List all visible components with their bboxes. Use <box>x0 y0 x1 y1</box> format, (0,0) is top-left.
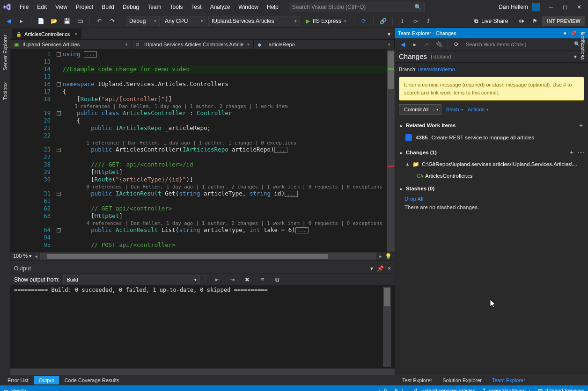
status-unpushed[interactable]: ↑0 <box>378 388 387 391</box>
branch-link[interactable]: users/dan/demo <box>418 66 455 72</box>
changed-file-row[interactable]: C# ArticlesController.cs <box>399 172 584 180</box>
output-text[interactable]: ========== Build: 0 succeeded, 0 failed,… <box>14 287 383 367</box>
code-surface[interactable]: using ...//Example code change for demo … <box>63 50 387 252</box>
maximize-button[interactable]: ◻ <box>558 2 572 12</box>
work-item-row[interactable]: 4385 Create REST service to manage all a… <box>399 132 584 143</box>
status-project[interactable]: ▤IUpland.Services <box>538 388 584 391</box>
step-into-button[interactable]: ⤵ <box>397 16 408 26</box>
output-dropdown-icon[interactable]: ▾ <box>370 265 373 272</box>
right-bottom-tab[interactable]: Test Explorer <box>397 376 437 384</box>
editor-vertical-scrollbar[interactable] <box>387 50 395 252</box>
menu-help[interactable]: Help <box>263 2 282 12</box>
active-files-dropdown[interactable]: ▾ <box>383 29 395 39</box>
te-back-button[interactable]: ◀ <box>397 39 408 50</box>
browser-link-button[interactable]: 🔗 <box>377 16 389 26</box>
output-prev-icon[interactable]: ⇤ <box>212 275 223 285</box>
tab-close-icon[interactable]: × <box>74 31 78 37</box>
te-page-dropdown-icon[interactable]: ▾ <box>574 53 577 60</box>
back-button[interactable]: ◀ <box>3 16 14 26</box>
drop-all-link[interactable]: Drop All <box>404 196 423 202</box>
changes-folder-row[interactable]: ▲ 📁 C:\GitRepos\iupland.services.article… <box>399 159 584 169</box>
liveshare-button[interactable]: ⧉Live Share <box>474 18 508 24</box>
notifications-icon[interactable]: ⚑ <box>529 16 540 26</box>
menu-build[interactable]: Build <box>98 2 118 12</box>
output-next-icon[interactable]: ⇥ <box>227 275 238 285</box>
changes-header[interactable]: ▲Changes (1) ＋ ⋯ <box>399 145 584 157</box>
redo-button[interactable]: ↷ <box>107 16 118 26</box>
stash-link[interactable]: Stash▾ <box>446 107 463 112</box>
feedback-button[interactable]: 🕪 <box>516 16 527 26</box>
zoom-combo[interactable]: 100 % ▾ <box>13 253 32 259</box>
configuration-combo[interactable]: Debug▾ <box>126 16 160 26</box>
scroll-right-button[interactable]: ▸ <box>379 253 382 260</box>
minimize-button[interactable]: ─ <box>544 2 558 12</box>
save-button[interactable]: 💾 <box>61 16 73 26</box>
save-all-button[interactable]: 🗃 <box>74 16 86 26</box>
step-over-button[interactable]: ⤼ <box>410 16 421 26</box>
refresh-button[interactable]: ⟳ <box>358 16 369 26</box>
status-pending[interactable]: ✎1 <box>394 388 404 391</box>
status-repo[interactable]: ⎇iupland.services.articles <box>412 388 475 391</box>
right-bottom-tab[interactable]: Team Explorer <box>487 376 530 384</box>
forward-button[interactable]: ▸ <box>16 16 27 26</box>
add-workitem-button[interactable]: ＋ <box>578 121 584 130</box>
output-toggle-icon[interactable]: ⧉ <box>272 275 283 285</box>
editor-horizontal-scrollbar[interactable] <box>40 253 376 260</box>
output-source-combo[interactable]: Build▾ <box>63 275 200 284</box>
menu-edit[interactable]: Edit <box>33 2 51 12</box>
quick-launch-input[interactable]: Search Visual Studio (Ctrl+Q) 🔍 <box>289 2 425 12</box>
te-connect-button[interactable]: 🔌 <box>434 39 445 50</box>
output-pin-icon[interactable]: 📌 <box>377 265 384 272</box>
stashes-header[interactable]: ▲Stashes (0) <box>399 183 584 191</box>
startup-project-combo[interactable]: IUpland.Services.Articles▾ <box>208 16 300 26</box>
undo-button[interactable]: ↶ <box>94 16 105 26</box>
te-forward-button[interactable]: ▸ <box>409 39 420 50</box>
menu-tools[interactable]: Tools <box>166 2 187 12</box>
bottom-tab[interactable]: Output <box>34 376 59 384</box>
step-out-button[interactable]: ⤴ <box>423 16 434 26</box>
bottom-tab[interactable]: Error List <box>3 376 33 384</box>
menu-file[interactable]: File <box>16 2 32 12</box>
menu-view[interactable]: View <box>51 2 71 12</box>
commit-message-input[interactable]: Enter a commit message (required) or sta… <box>399 77 584 101</box>
te-dropdown-icon[interactable]: ▾ <box>562 30 568 36</box>
status-branch[interactable]: ᛘusers/dan/demo▴ <box>483 388 530 391</box>
commit-split-dropdown[interactable]: ▾ <box>434 108 441 112</box>
menu-debug[interactable]: Debug <box>119 2 143 12</box>
menu-analyze[interactable]: Analyze <box>206 2 234 12</box>
open-button[interactable]: 📂 <box>48 16 59 26</box>
bottom-tab[interactable]: Code Coverage Results <box>60 376 124 384</box>
stage-all-button[interactable]: ＋ <box>568 148 575 157</box>
class-crumb[interactable]: ⧈ IUpland.Services.Articles.Controllers.… <box>132 40 254 49</box>
member-crumb[interactable]: ◆ _articleRepo▾ <box>254 40 395 49</box>
platform-combo[interactable]: Any CPU▾ <box>162 16 206 26</box>
close-button[interactable]: ✕ <box>572 2 586 12</box>
notifications-tab[interactable]: Notifications <box>579 28 587 64</box>
new-project-button[interactable]: 📄 <box>35 16 46 26</box>
rail-tab[interactable]: Server Explorer <box>1 32 9 73</box>
te-pin-icon[interactable]: 📌 <box>570 30 577 36</box>
scroll-left-button[interactable]: ◂ <box>35 253 37 260</box>
commit-all-button[interactable]: Commit All▾ <box>399 104 441 115</box>
run-button[interactable]: ▶IIS Express▾ <box>302 16 350 26</box>
related-work-items-header[interactable]: ▲Related Work Items ＋ <box>399 118 584 130</box>
rail-tab[interactable]: Toolbox <box>1 80 9 103</box>
changes-more-icon[interactable]: ⋯ <box>578 149 584 156</box>
output-vertical-scrollbar[interactable] <box>383 287 391 367</box>
menu-window[interactable]: Window <box>235 2 262 12</box>
output-horizontal-scrollbar[interactable] <box>10 369 395 375</box>
output-clear-icon[interactable]: ✖ <box>242 275 253 285</box>
te-search-input[interactable]: Search Work Items (Ctrl+')🔍▾ <box>463 39 586 50</box>
output-wordwrap-icon[interactable]: ≡ <box>257 275 268 285</box>
actions-link[interactable]: Actions▾ <box>468 107 488 112</box>
editor-tab[interactable]: 🔒 ArticlesController.cs × <box>12 29 81 39</box>
lightbulb-icon[interactable]: 💡 <box>385 253 392 260</box>
project-crumb[interactable]: ▣ IUpland.Services.Articles▾ <box>10 40 132 49</box>
menu-test[interactable]: Test <box>188 2 206 12</box>
code-editor[interactable]: 1131415161718192021222327282930316162636… <box>10 50 395 252</box>
fold-column[interactable]: −−++++ <box>54 50 63 252</box>
user-account[interactable]: Dan Hellem <box>495 3 544 11</box>
menu-team[interactable]: Team <box>144 2 165 12</box>
te-refresh-button[interactable]: ⟳ <box>451 39 462 50</box>
menu-project[interactable]: Project <box>72 2 97 12</box>
